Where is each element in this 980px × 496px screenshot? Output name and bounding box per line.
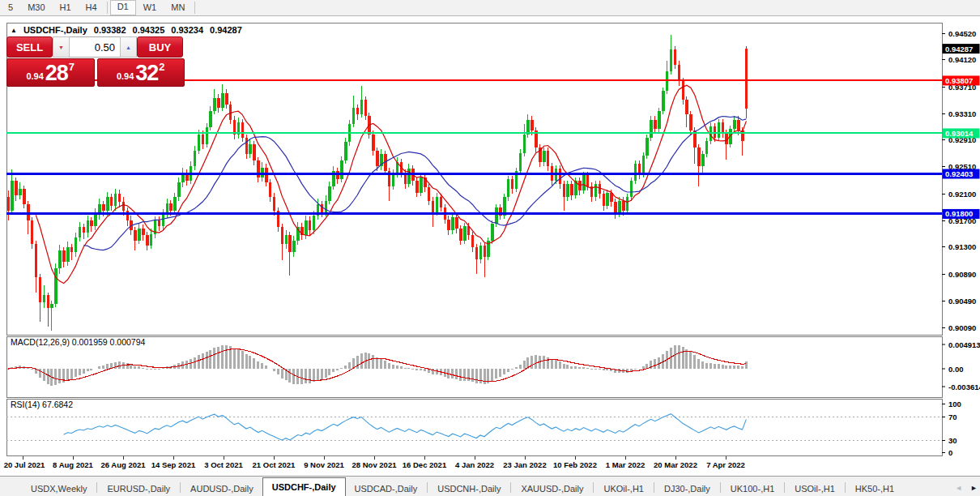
buy-price-button[interactable]: 0.94 32 2 xyxy=(97,58,185,87)
volume-input[interactable] xyxy=(70,36,120,58)
macd-histogram-bar xyxy=(90,369,92,370)
timeframe-button-mn[interactable]: MN xyxy=(164,1,192,15)
candle-body xyxy=(646,138,649,156)
tab-usdcnh-daily[interactable]: USDCNH-,Daily xyxy=(428,481,509,496)
tab-hk50-h1[interactable]: HK50-,H1 xyxy=(846,481,903,496)
macd-histogram-bar xyxy=(138,366,140,369)
macd-histogram-bar xyxy=(503,369,505,374)
macd-histogram-bar xyxy=(31,369,33,370)
candle-body xyxy=(622,201,625,211)
candle-body xyxy=(233,120,236,135)
tab-usdchf-daily[interactable]: USDCHF-,Daily xyxy=(262,477,346,496)
tab-usdcad-daily[interactable]: USDCAD-,Daily xyxy=(346,481,427,496)
macd-histogram-bar xyxy=(98,366,100,369)
timeframe-button-m30[interactable]: M30 xyxy=(20,1,52,15)
macd-histogram-bar xyxy=(467,369,470,381)
tab-usoil-h1[interactable]: USOil-,H1 xyxy=(786,481,844,496)
tab-usdx-weekly[interactable]: USDX,Weekly xyxy=(22,481,96,496)
candle-body xyxy=(305,220,308,235)
timeframe-button-d1[interactable]: D1 xyxy=(110,0,136,15)
candle-body xyxy=(106,197,109,210)
macd-histogram-bar xyxy=(146,369,148,370)
date-axis: 20 Jul 20218 Aug 202126 Aug 202114 Sep 2… xyxy=(4,456,745,469)
macd-histogram-bar xyxy=(729,366,731,369)
date-label: 8 Aug 2021 xyxy=(53,460,94,469)
rsi-pane[interactable] xyxy=(6,399,942,455)
macd-histogram-bar xyxy=(420,369,422,370)
tab-scroll-right-icon[interactable]: ► xyxy=(970,483,978,493)
macd-histogram-bar xyxy=(475,369,478,383)
candle-body xyxy=(428,187,431,200)
candle-body xyxy=(447,220,450,231)
candle-body xyxy=(519,153,522,171)
candle-body xyxy=(594,184,598,197)
timeframe-button-w1[interactable]: W1 xyxy=(136,1,164,15)
tab-scroll-controls: ◄► xyxy=(955,483,978,493)
macd-histogram-bar xyxy=(265,366,267,369)
candle-body xyxy=(249,144,252,154)
volume-increase-button[interactable]: ▲ xyxy=(120,36,137,58)
sell-price-button[interactable]: 0.94 28 7 xyxy=(6,58,95,87)
candle-body xyxy=(360,100,364,114)
buy-button[interactable]: BUY xyxy=(137,36,183,58)
candle-body xyxy=(471,235,475,247)
toolbar-separator xyxy=(107,2,108,14)
macd-histogram-bar xyxy=(722,365,724,369)
one-click-trading-panel: SELL ▼ ▲ BUY 0.94 28 7 0.94 32 2 xyxy=(6,36,185,87)
candle-body xyxy=(269,182,272,198)
rsi-axis-label: 30 xyxy=(948,436,957,445)
candle-body xyxy=(225,93,228,105)
volume-decrease-button[interactable]: ▼ xyxy=(53,36,70,58)
candle-body xyxy=(674,49,677,65)
candle-body xyxy=(714,126,717,138)
tab-eurusd-daily[interactable]: EURUSD-,Daily xyxy=(98,481,179,496)
price-axis-label: 0.90490 xyxy=(948,297,976,306)
macd-histogram-bar xyxy=(380,358,382,369)
date-label: 9 Nov 2021 xyxy=(304,460,344,469)
timeframe-button-5[interactable]: 5 xyxy=(1,1,20,15)
macd-axis-label: 0.00 xyxy=(948,365,964,374)
candle-body xyxy=(376,151,379,166)
candle-body xyxy=(638,164,641,173)
tab-ukoil-h1[interactable]: UKOil-,H1 xyxy=(594,481,653,496)
candle-body xyxy=(697,148,701,166)
sell-button[interactable]: SELL xyxy=(6,36,53,58)
macd-histogram-bar xyxy=(523,361,526,369)
macd-histogram-bar xyxy=(555,360,557,369)
toolbar-separator xyxy=(194,2,195,14)
candle-body xyxy=(87,220,90,233)
tab-xauusd-daily[interactable]: XAUUSD-,Daily xyxy=(512,481,592,496)
candle-body xyxy=(134,230,137,240)
date-label: 20 Mar 2022 xyxy=(654,460,697,469)
tab-dj30-daily[interactable]: DJ30-,Daily xyxy=(655,481,719,496)
candle-body xyxy=(162,214,165,226)
macd-histogram-bar xyxy=(388,363,390,369)
tab-scroll-left-icon[interactable]: ◄ xyxy=(955,483,962,493)
candle-body xyxy=(701,154,705,166)
candle-body xyxy=(356,108,360,114)
candle-body xyxy=(745,49,748,109)
collapse-panel-icon[interactable]: ▲ xyxy=(11,27,17,34)
candle-body xyxy=(118,194,121,202)
candle-body xyxy=(566,184,569,197)
macd-histogram-bar xyxy=(451,369,454,378)
candle-body xyxy=(415,181,419,193)
tab-separator xyxy=(96,482,97,493)
timeframe-button-h4[interactable]: H4 xyxy=(79,1,104,15)
timeframe-button-h1[interactable]: H1 xyxy=(53,1,79,15)
candle-body xyxy=(58,250,62,268)
candle-body xyxy=(253,144,256,160)
tab-audusd-daily[interactable]: AUDUSD-,Daily xyxy=(181,481,262,496)
tab-uk100-h1[interactable]: UK100-,H1 xyxy=(722,481,783,496)
macd-histogram-bar xyxy=(209,350,211,369)
macd-histogram-bar xyxy=(273,369,275,371)
candle-body xyxy=(618,201,621,214)
macd-histogram-bar xyxy=(566,365,569,369)
candle-body xyxy=(166,203,169,214)
macd-histogram-bar xyxy=(317,369,319,380)
macd-histogram-bar xyxy=(118,361,121,369)
tab-separator xyxy=(784,482,785,493)
macd-histogram-bar xyxy=(75,369,77,377)
tab-separator xyxy=(845,482,846,493)
macd-histogram-bar xyxy=(292,369,295,384)
